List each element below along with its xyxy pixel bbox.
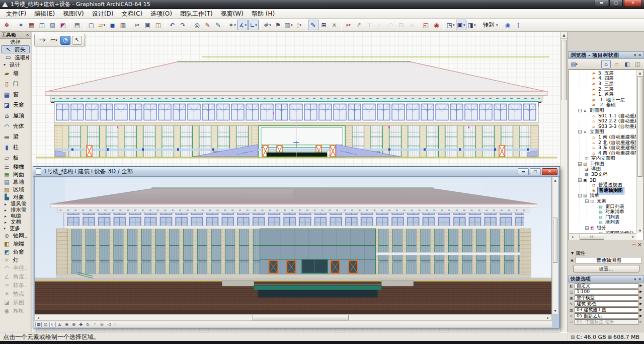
elevation-view-canvas[interactable]: ⊣▾▭▾◔↖ (32, 32, 568, 332)
guide-lines-button[interactable]: ∡▾ (237, 20, 248, 30)
toolbox-item[interactable]: ⊕轴网.. (0, 232, 31, 240)
quick-option-row[interactable]: ⌂05 翻新之后▶ (568, 313, 644, 319)
toolbox-item[interactable]: ▬梁 (0, 131, 31, 142)
menu-item[interactable]: 编辑(E) (30, 9, 59, 19)
navigator-header[interactable]: 浏览器 - 项目树状图 ▾ ✕ (568, 51, 644, 59)
dimension-flyout-button[interactable]: ⊣▾ (37, 36, 47, 45)
quick-option-value[interactable]: 整个模型 (575, 295, 638, 301)
scroll-right-icon[interactable]: ► (630, 234, 636, 240)
project-map-button[interactable]: ⌂ (601, 60, 611, 68)
quick-option-row[interactable]: ▦03 建筑施工图▶ (568, 307, 644, 313)
new-folder-button[interactable]: ▱ (631, 242, 635, 248)
arrow-select-button[interactable]: ↖ (72, 36, 82, 45)
publisher-sets-button[interactable]: ◫ (633, 60, 642, 68)
toolbox-item[interactable]: ◪天窗 (0, 100, 31, 110)
dropdown-arrow-icon[interactable]: ▾ (474, 23, 476, 27)
help-center-button[interactable]: ◉ (503, 20, 513, 30)
navigator-menu-icon[interactable]: ▾ (634, 53, 636, 57)
quick-option-value[interactable]: 1:100 (575, 289, 638, 295)
maximize-button[interactable]: ▢ (609, 0, 623, 7)
3d-vertical-scrollbar[interactable]: ▲ ▼ (552, 177, 558, 314)
tree-horizontal-scrollbar[interactable]: ◄ ⦀⦀ ► (569, 233, 636, 240)
toolbox-header[interactable]: 工具箱 ✕ (0, 32, 31, 39)
zoom-percent-button[interactable]: ± (56, 322, 63, 327)
toolbox-item[interactable]: ▸通风管 (0, 201, 31, 207)
project-tree[interactable]: ▰5. 五层▰4. 四层▰3. 三层▰2. 二层▰1. 首层▰-1. 地下一层▰… (569, 70, 643, 240)
find-select-button[interactable]: ◎ (192, 20, 202, 30)
toolbox-item[interactable]: ▮柱 (0, 142, 31, 153)
tree-item[interactable]: ▤窗口列表 (569, 204, 636, 210)
toolbox-item[interactable]: ▸电缆 (0, 213, 31, 219)
cut-button[interactable]: ✂ (132, 20, 142, 30)
menu-item[interactable]: 文档(C) (117, 9, 146, 19)
new-project-button[interactable]: ▢ (86, 20, 97, 30)
menu-item[interactable]: 视图(V) (59, 9, 88, 19)
favorites-palette-button[interactable]: ❖ (2, 20, 12, 30)
quick-option-value[interactable]: 建筑-彩色 (575, 301, 638, 307)
trace-reference-button[interactable]: ◱ (421, 20, 431, 30)
menu-item[interactable]: 文件(F) (2, 9, 30, 19)
close-tool-button[interactable]: ✕ (329, 20, 340, 30)
resize-button[interactable]: ⊡ (396, 20, 407, 30)
explore-walk-button[interactable]: † (92, 322, 98, 327)
scroll-thumb[interactable]: ⦀⦀ (580, 234, 605, 240)
settings-button[interactable]: 设置... (573, 265, 639, 272)
dropdown-arrow-icon[interactable]: ▾ (255, 23, 257, 27)
adjust-button[interactable]: ↱ (354, 20, 364, 30)
tile-windows-button[interactable]: ▣▾ (456, 20, 466, 30)
dropdown-arrow-icon[interactable]: ▾ (463, 23, 465, 27)
marquee-flyout-button[interactable]: ▭▾ (49, 36, 59, 45)
flyout-arrow-icon[interactable]: ▶ (639, 296, 643, 300)
zoom-to-selection-button[interactable]: ◎ (42, 322, 49, 327)
menu-item[interactable]: 设计(D) (88, 9, 118, 19)
quick-layers-button[interactable]: ▥▾ (283, 20, 294, 30)
mark-up-button[interactable]: ⚑ (273, 20, 283, 30)
dropdown-arrow-icon[interactable]: ▾ (234, 23, 236, 27)
south-elevation-drawing[interactable] (36, 51, 557, 165)
scroll-thumb[interactable] (253, 315, 348, 320)
dropdown-arrow-icon[interactable]: ▾ (44, 38, 46, 42)
dropdown-arrow-icon[interactable]: ▾ (453, 23, 455, 27)
scroll-thumb[interactable] (637, 76, 642, 177)
flyout-arrow-icon[interactable]: ▶ (639, 308, 643, 312)
quick-option-row[interactable]: ◫1:100▶ (568, 289, 644, 295)
go-to-button[interactable]: 转到▾ (480, 20, 499, 30)
toolbox-item[interactable]: ▱板 (0, 153, 31, 163)
flyout-arrow-icon[interactable]: ▶ (639, 302, 643, 306)
tree-item[interactable]: ▤对象清单 (569, 209, 636, 215)
toolbox-item[interactable]: ⌂屋顶 (0, 110, 31, 121)
pan-button[interactable]: ✚ (77, 322, 84, 327)
dropdown-arrow-icon[interactable]: ▾ (291, 23, 293, 27)
grid-snap-button[interactable]: #▾ (262, 20, 273, 30)
dropdown-arrow-icon[interactable]: ▾ (55, 38, 57, 42)
dropdown-arrow-icon[interactable]: ▾ (269, 23, 271, 27)
open-project-button[interactable]: ▱▾ (97, 20, 107, 30)
toolbox-item[interactable]: ☼灯 (0, 256, 31, 264)
toolbox-item[interactable]: ▾设计 (0, 61, 31, 68)
copy-button[interactable]: ▣ (142, 20, 153, 30)
tree-item[interactable]: ◈普通轴测图 (569, 188, 636, 193)
look-to-button[interactable]: ◉ (99, 322, 105, 327)
elevation-vertical-scrollbar[interactable]: ▲ (560, 32, 568, 332)
quick-option-value[interactable]: 01. 中国标注-毫米 (575, 319, 638, 325)
pen-color-button[interactable]: ¦▾ (294, 20, 304, 30)
tree-item[interactable]: +▨工作图 (569, 161, 636, 167)
trace-settings-button[interactable]: ◉ (431, 20, 442, 30)
3d-horizontal-scrollbar[interactable]: ◄ ► (34, 314, 552, 321)
dropdown-arrow-icon[interactable]: ▾ (104, 23, 106, 27)
walk-mode-button[interactable]: † (513, 20, 524, 30)
toolbox-item[interactable]: ◩角窗 (0, 248, 31, 256)
3d-window-titlebar[interactable]: 1号楼_结构+建筑+设备 3D / 全部 ▬ ▢ ✕ (33, 167, 559, 177)
scroll-up-icon[interactable]: ▲ (637, 70, 643, 76)
tree-item[interactable]: ▤门列表 (569, 215, 636, 220)
undo-button[interactable]: ↶ (167, 20, 178, 30)
zoom-out-button[interactable]: ⊖ (70, 322, 77, 327)
scroll-right-icon[interactable]: ► (545, 315, 551, 320)
tree-item[interactable]: ▩3D文档 (569, 172, 636, 177)
redo-button[interactable]: ↷ (178, 20, 188, 30)
menu-item[interactable]: 视窗(W) (217, 9, 248, 19)
toolbox-item[interactable]: ▾更多 (0, 225, 31, 232)
toolbox-item[interactable]: ◪插图 (0, 298, 31, 307)
quick-option-value[interactable]: 05 翻新之后 (575, 313, 638, 319)
work-environment-button[interactable]: ▤ (72, 20, 83, 30)
